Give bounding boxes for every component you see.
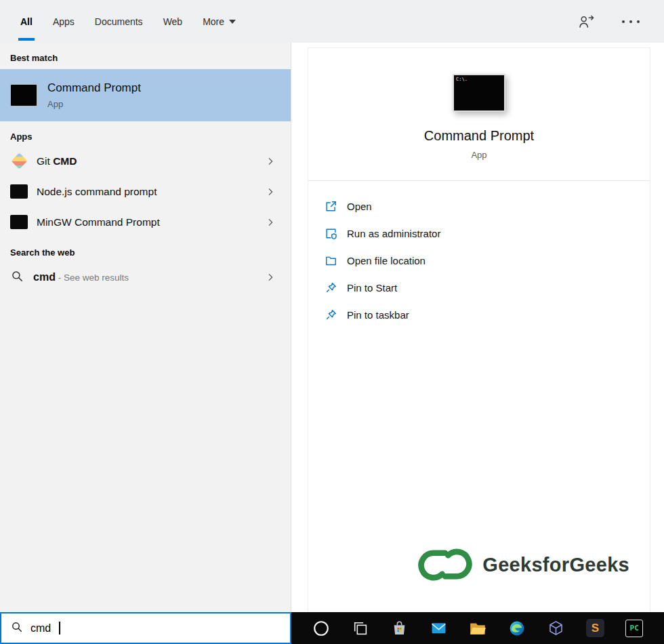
search-filter-bar: All Apps Documents Web More	[0, 0, 664, 43]
topbar-actions	[578, 0, 644, 43]
bottom-bar: cmd	[0, 612, 664, 644]
best-match-header: Best match	[0, 53, 291, 63]
list-item-nodejs-prompt[interactable]: Node.js command prompt	[0, 176, 291, 207]
preview-card: C:\. Command Prompt App Open Run as admi…	[308, 47, 650, 612]
web-search-label: cmd - See web results	[33, 271, 129, 283]
preview-panel: C:\. Command Prompt App Open Run as admi…	[291, 43, 664, 612]
open-file-location-button[interactable]: Open file location	[325, 247, 650, 274]
tab-more-label: More	[203, 16, 224, 27]
tab-documents[interactable]: Documents	[95, 0, 143, 43]
geeksforgeeks-brand: GeeksforGeeks	[417, 548, 629, 582]
pin-icon	[325, 308, 337, 321]
best-match-subtitle: App	[47, 99, 141, 109]
command-prompt-icon	[10, 84, 37, 106]
list-item-mingw-prompt[interactable]: MinGW Command Prompt	[0, 207, 291, 237]
tab-apps[interactable]: Apps	[53, 0, 75, 43]
chevron-down-icon	[229, 20, 236, 24]
git-icon	[10, 153, 28, 170]
geeksforgeeks-wordmark: GeeksforGeeks	[482, 554, 629, 576]
taskbar: S PC	[291, 612, 664, 644]
s-app-icon[interactable]: S	[581, 615, 608, 642]
best-match-item[interactable]: Command Prompt App	[0, 69, 291, 121]
tab-all[interactable]: All	[20, 0, 33, 43]
web-search-item[interactable]: cmd - See web results	[0, 262, 291, 293]
tab-web-label: Web	[163, 16, 183, 27]
tab-web[interactable]: Web	[163, 0, 183, 43]
list-item-git-cmd[interactable]: Git CMD	[0, 146, 291, 176]
pin-to-start-button[interactable]: Pin to Start	[325, 274, 650, 301]
file-explorer-icon[interactable]	[464, 615, 491, 642]
list-item-label: Node.js command prompt	[37, 186, 157, 198]
open-button[interactable]: Open	[325, 193, 650, 220]
cortana-icon[interactable]	[308, 615, 335, 642]
terminal-icon	[10, 184, 28, 199]
filter-tabs: All Apps Documents Web More	[20, 0, 236, 43]
task-view-icon[interactable]	[347, 615, 374, 642]
search-input[interactable]: cmd	[0, 612, 291, 644]
preview-subtitle: App	[308, 150, 650, 160]
feedback-icon[interactable]	[578, 14, 595, 28]
best-match-text: Command Prompt App	[47, 81, 141, 109]
search-icon	[11, 270, 24, 285]
3d-viewer-icon[interactable]	[543, 615, 570, 642]
terminal-icon	[10, 215, 28, 229]
mail-icon[interactable]	[425, 615, 452, 642]
list-item-label: MinGW Command Prompt	[37, 216, 160, 228]
chevron-right-icon[interactable]	[265, 186, 276, 197]
search-web-header: Search the web	[0, 247, 291, 258]
chevron-right-icon[interactable]	[265, 272, 276, 283]
geeksforgeeks-logo-icon	[417, 548, 474, 582]
action-label: Pin to taskbar	[347, 309, 409, 321]
folder-icon	[325, 254, 337, 267]
chevron-right-icon[interactable]	[265, 217, 276, 228]
apps-header: Apps	[0, 132, 291, 142]
action-label: Run as administrator	[347, 228, 440, 239]
edge-icon[interactable]	[503, 615, 531, 642]
pin-icon	[325, 281, 337, 294]
open-icon	[325, 200, 337, 213]
admin-shield-icon	[325, 227, 337, 240]
tab-apps-label: Apps	[53, 16, 75, 27]
pin-to-taskbar-button[interactable]: Pin to taskbar	[325, 301, 650, 328]
search-flyout-body: Best match Command Prompt App Apps Git C…	[0, 43, 664, 612]
list-item-label: Git CMD	[37, 155, 77, 167]
action-label: Open	[347, 201, 372, 212]
tab-all-label: All	[20, 16, 33, 27]
preview-title: Command Prompt	[308, 128, 650, 144]
store-icon[interactable]	[386, 615, 413, 642]
tab-more[interactable]: More	[203, 0, 236, 43]
search-icon	[11, 621, 23, 636]
results-panel: Best match Command Prompt App Apps Git C…	[0, 43, 291, 612]
preview-header: C:\. Command Prompt App	[308, 48, 650, 181]
chevron-right-icon[interactable]	[265, 156, 276, 167]
action-label: Pin to Start	[347, 282, 397, 294]
pc-app-icon[interactable]: PC	[621, 615, 648, 642]
best-match-title: Command Prompt	[47, 81, 141, 95]
more-options-icon[interactable]	[621, 20, 641, 23]
command-prompt-icon-large: C:\.	[453, 74, 505, 112]
action-list: Open Run as administrator Open file loca…	[308, 181, 650, 328]
text-cursor	[59, 622, 60, 635]
search-input-value: cmd	[30, 622, 51, 635]
tab-documents-label: Documents	[95, 16, 143, 27]
action-label: Open file location	[347, 255, 426, 266]
run-as-administrator-button[interactable]: Run as administrator	[325, 220, 650, 247]
